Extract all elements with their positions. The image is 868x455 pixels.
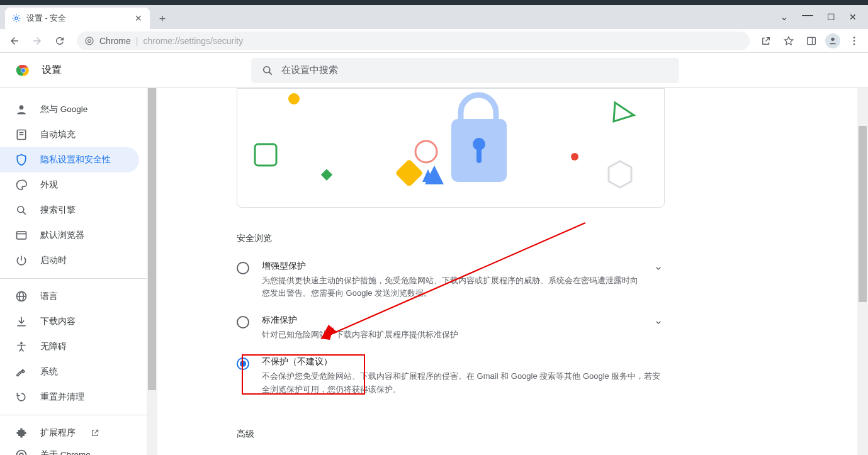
- search-placeholder: 在设置中搜索: [281, 64, 338, 76]
- share-icon[interactable]: [757, 32, 775, 50]
- chrome-logo-icon: [15, 62, 31, 79]
- chevron-down-icon[interactable]: [652, 262, 665, 274]
- url-text: chrome://settings/security: [143, 36, 243, 46]
- shield-icon: [15, 154, 28, 166]
- svg-point-14: [20, 105, 24, 110]
- nav-accessibility[interactable]: 无障碍: [0, 334, 139, 359]
- nav-system[interactable]: 系统: [0, 359, 139, 385]
- nav-label: 您与 Google: [40, 104, 87, 115]
- nav-privacy-security[interactable]: 隐私设置和安全性: [0, 147, 139, 172]
- nav-extensions[interactable]: 扩展程序: [0, 420, 139, 446]
- scrollbar-thumb[interactable]: [859, 126, 867, 302]
- nav-autofill[interactable]: 自动填充: [0, 122, 139, 147]
- tab-title: 设置 - 安全: [26, 13, 133, 24]
- nav-label: 无障碍: [40, 341, 67, 352]
- radio-standard-protection[interactable]: 标准保护 针对已知危险网站、下载内容和扩展程序提供标准保护: [237, 307, 665, 349]
- minimize-icon[interactable]: —: [802, 8, 813, 21]
- svg-rect-33: [321, 169, 332, 181]
- nav-default-browser[interactable]: 默认浏览器: [0, 223, 139, 248]
- globe-icon: [15, 290, 28, 303]
- option-title: 不保护（不建议）: [262, 356, 665, 368]
- radio-icon[interactable]: [237, 316, 249, 329]
- nav-label: 外观: [40, 179, 58, 191]
- browser-toolbar: Chrome | chrome://settings/security: [0, 29, 868, 53]
- nav-appearance[interactable]: 外观: [0, 172, 139, 198]
- nav-label: 语言: [40, 291, 58, 302]
- option-desc: 为您提供更快速主动的保护措施，免受危险网站、下载内容或扩展程序的威胁。系统会在密…: [262, 274, 640, 300]
- svg-point-7: [854, 40, 855, 42]
- svg-line-13: [269, 72, 271, 74]
- main-content: 安全浏览 增强型保护 为您提供更快速主动的保护措施，免受危险网站、下载内容或扩展…: [157, 88, 868, 455]
- search-icon: [261, 64, 274, 77]
- advanced-heading: 高级: [237, 429, 665, 440]
- svg-rect-3: [808, 37, 816, 44]
- svg-point-18: [18, 206, 24, 213]
- svg-point-34: [415, 141, 437, 162]
- palette-icon: [15, 179, 28, 191]
- address-bar[interactable]: Chrome | chrome://settings/security: [77, 31, 750, 50]
- nav-label: 重置并清理: [40, 391, 84, 403]
- svg-point-31: [288, 93, 300, 104]
- settings-gear-icon: [11, 13, 21, 23]
- external-link-icon: [91, 429, 99, 437]
- svg-point-2: [88, 39, 91, 42]
- settings-search-input[interactable]: 在设置中搜索: [251, 58, 679, 83]
- accessibility-icon: [15, 340, 28, 353]
- svg-point-25: [20, 342, 23, 344]
- option-title: 标准保护: [262, 315, 640, 326]
- nav-on-startup[interactable]: 启动时: [0, 248, 139, 273]
- svg-point-1: [86, 37, 93, 45]
- extension-icon: [15, 427, 28, 439]
- browser-tab[interactable]: 设置 - 安全 ✕: [5, 8, 150, 29]
- svg-point-0: [15, 17, 18, 20]
- nav-label: 关于 Chrome: [40, 449, 91, 455]
- nav-downloads[interactable]: 下载内容: [0, 309, 139, 334]
- svg-point-5: [831, 37, 834, 40]
- kebab-menu-icon[interactable]: [845, 32, 863, 50]
- main-scrollbar[interactable]: [857, 88, 868, 455]
- close-window-icon[interactable]: ✕: [849, 12, 857, 22]
- maximize-icon[interactable]: ☐: [827, 12, 835, 22]
- radio-no-protection[interactable]: 不保护（不建议） 不会保护您免受危险网站、下载内容和扩展程序的侵害。在 Gmai…: [237, 349, 665, 403]
- profile-avatar-icon[interactable]: [825, 33, 840, 48]
- option-desc: 不会保护您免受危险网站、下载内容和扩展程序的侵害。在 Gmail 和 Googl…: [262, 370, 665, 395]
- nav-you-and-google[interactable]: 您与 Google: [0, 97, 139, 122]
- autofill-icon: [15, 128, 28, 141]
- svg-rect-30: [476, 148, 482, 163]
- forward-button[interactable]: [28, 31, 47, 50]
- tab-strip: 设置 - 安全 ✕ + ⌄ — ☐ ✕: [0, 5, 868, 29]
- settings-header: 设置 在设置中搜索: [0, 53, 868, 88]
- nav-label: 默认浏览器: [40, 230, 84, 241]
- radio-enhanced-protection[interactable]: 增强型保护 为您提供更快速主动的保护措施，免受危险网站、下载内容或扩展程序的威胁…: [237, 253, 665, 307]
- nav-about-chrome[interactable]: 关于 Chrome: [0, 446, 139, 455]
- security-hero-illustration: [237, 88, 665, 208]
- nav-reset[interactable]: 重置并清理: [0, 385, 139, 410]
- reload-button[interactable]: [50, 31, 69, 50]
- nav-separator: [0, 278, 147, 279]
- origin-label: Chrome: [99, 36, 131, 46]
- settings-title: 设置: [42, 64, 62, 77]
- option-desc: 针对已知危险网站、下载内容和扩展程序提供标准保护: [262, 329, 640, 341]
- scrollbar-thumb[interactable]: [148, 88, 156, 390]
- radio-icon[interactable]: [237, 357, 249, 370]
- nav-search-engine[interactable]: 搜索引擎: [0, 198, 139, 223]
- new-tab-button[interactable]: +: [154, 10, 171, 28]
- settings-sidebar: 您与 Google 自动填充 隐私设置和安全性 外观 搜索引擎 默认浏览器: [0, 88, 157, 455]
- svg-line-19: [23, 212, 26, 215]
- svg-point-8: [854, 43, 855, 45]
- chevron-down-icon[interactable]: ⌄: [781, 12, 788, 22]
- chevron-down-icon[interactable]: [652, 316, 665, 329]
- chrome-icon: [15, 449, 28, 455]
- download-icon: [15, 315, 28, 328]
- nav-label: 搜索引擎: [40, 205, 76, 216]
- close-tab-icon[interactable]: ✕: [133, 13, 144, 23]
- svg-point-12: [263, 66, 269, 72]
- radio-icon[interactable]: [237, 262, 249, 274]
- option-title: 增强型保护: [262, 261, 640, 272]
- back-button[interactable]: [5, 31, 24, 50]
- side-panel-icon[interactable]: [803, 32, 820, 50]
- svg-marker-40: [609, 161, 631, 188]
- nav-languages[interactable]: 语言: [0, 284, 139, 309]
- sidebar-scrollbar[interactable]: [147, 88, 157, 455]
- bookmark-star-icon[interactable]: [780, 32, 798, 50]
